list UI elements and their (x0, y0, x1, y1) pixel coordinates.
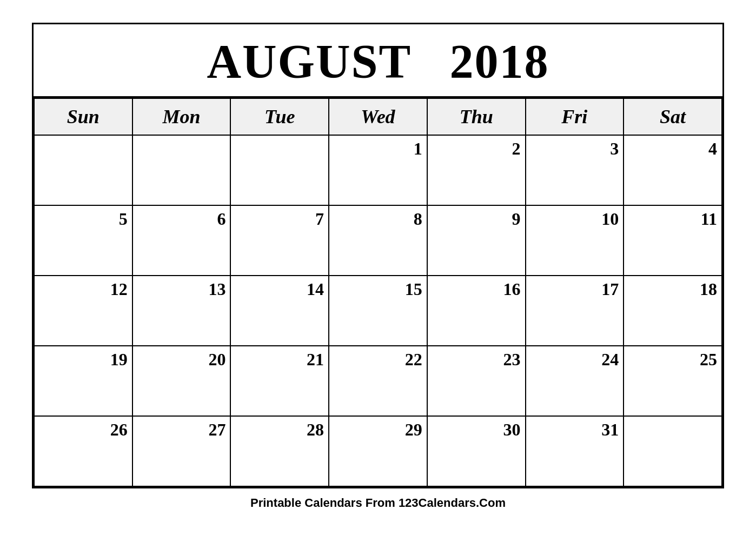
calendar-day-2-3: 15 (329, 276, 427, 346)
calendar-day-0-2 (230, 135, 329, 205)
calendar-day-4-0: 26 (34, 416, 132, 486)
calendar-day-0-5: 3 (526, 135, 624, 205)
calendar-day-3-2: 21 (230, 346, 329, 416)
header-fri: Fri (526, 98, 624, 135)
calendar-day-3-5: 24 (526, 346, 624, 416)
header-wed: Wed (329, 98, 427, 135)
weekday-header-row: Sun Mon Tue Wed Thu Fri Sat (34, 98, 722, 135)
calendar-heading: AUGUST 2018 (34, 34, 722, 89)
calendar-week-3: 12131415161718 (34, 276, 722, 346)
calendar-day-0-0 (34, 135, 132, 205)
calendar-day-0-6: 4 (624, 135, 722, 205)
header-sun: Sun (34, 98, 132, 135)
calendar-day-1-4: 9 (427, 205, 526, 276)
calendar-day-2-2: 14 (230, 276, 329, 346)
calendar-day-4-6 (624, 416, 722, 486)
calendar-container: AUGUST 2018 Sun Mon Tue Wed Thu Fri Sat … (32, 23, 724, 488)
footer-text: Printable Calendars From (250, 496, 399, 510)
calendar-day-3-0: 19 (34, 346, 132, 416)
calendar-week-2: 567891011 (34, 205, 722, 276)
calendar-day-1-5: 10 (526, 205, 624, 276)
calendar-footer: Printable Calendars From 123Calendars.Co… (32, 488, 724, 513)
calendar-day-1-6: 11 (624, 205, 722, 276)
calendar-week-5: 262728293031 (34, 416, 722, 486)
calendar-wrapper: AUGUST 2018 Sun Mon Tue Wed Thu Fri Sat … (32, 23, 724, 513)
calendar-day-4-2: 28 (230, 416, 329, 486)
calendar-month: AUGUST (207, 35, 410, 88)
calendar-body: 1234567891011121314151617181920212223242… (34, 135, 722, 486)
header-tue: Tue (230, 98, 329, 135)
calendar-day-3-1: 20 (132, 346, 231, 416)
calendar-day-3-6: 25 (624, 346, 722, 416)
calendar-grid: Sun Mon Tue Wed Thu Fri Sat 123456789101… (34, 98, 722, 487)
calendar-title: AUGUST 2018 (34, 24, 722, 98)
calendar-day-2-1: 13 (132, 276, 231, 346)
calendar-week-1: 1234 (34, 135, 722, 205)
header-thu: Thu (427, 98, 526, 135)
calendar-day-4-1: 27 (132, 416, 231, 486)
calendar-day-0-3: 1 (329, 135, 427, 205)
calendar-day-1-0: 5 (34, 205, 132, 276)
calendar-day-2-0: 12 (34, 276, 132, 346)
header-mon: Mon (132, 98, 231, 135)
calendar-day-3-3: 22 (329, 346, 427, 416)
calendar-day-3-4: 23 (427, 346, 526, 416)
calendar-day-0-4: 2 (427, 135, 526, 205)
calendar-day-1-1: 6 (132, 205, 231, 276)
calendar-day-2-6: 18 (624, 276, 722, 346)
calendar-day-1-2: 7 (230, 205, 329, 276)
calendar-day-1-3: 8 (329, 205, 427, 276)
calendar-year: 2018 (450, 35, 549, 88)
calendar-day-2-4: 16 (427, 276, 526, 346)
calendar-day-0-1 (132, 135, 231, 205)
calendar-day-2-5: 17 (526, 276, 624, 346)
calendar-week-4: 19202122232425 (34, 346, 722, 416)
footer-brand: 123Calendars.Com (399, 496, 506, 510)
header-sat: Sat (624, 98, 722, 135)
calendar-day-4-3: 29 (329, 416, 427, 486)
calendar-day-4-5: 31 (526, 416, 624, 486)
calendar-day-4-4: 30 (427, 416, 526, 486)
